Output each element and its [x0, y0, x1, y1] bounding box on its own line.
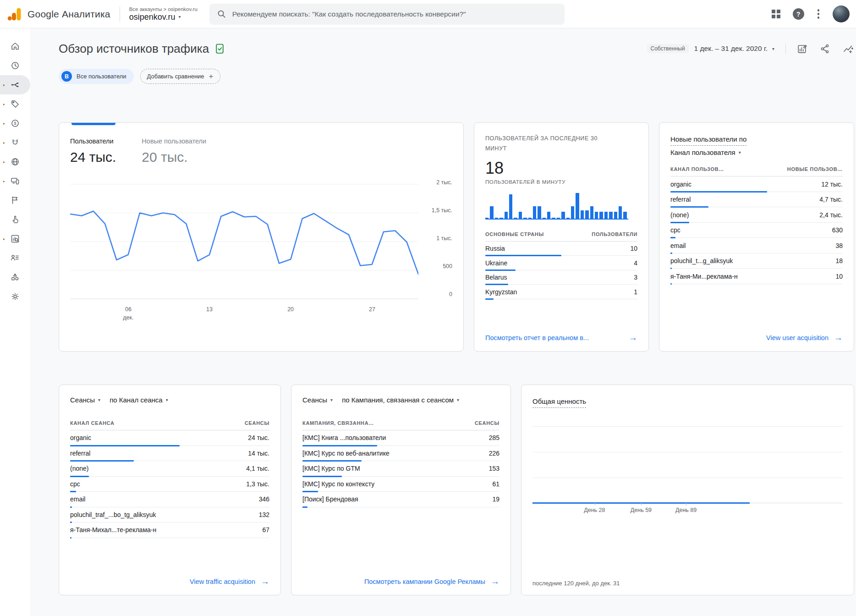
x-tick-label: День 89	[675, 507, 697, 513]
status-badge: Собственный	[647, 44, 689, 53]
engagement-icon	[10, 99, 20, 109]
table-row: Russia 10	[485, 242, 637, 256]
chevron-down-icon[interactable]: ▾	[457, 397, 459, 402]
breadcrumb: Все аккаунты > osipenkov.ru	[129, 6, 198, 12]
table-row: (none) 4,1 тыс.	[70, 461, 269, 477]
column-header: КАМПАНИЯ, СВЯЗАННА…	[302, 420, 374, 426]
dimension-selector[interactable]: по Канал сеанса	[110, 396, 163, 404]
customize-report-icon[interactable]	[797, 44, 807, 54]
insights-icon[interactable]	[843, 44, 853, 54]
table-row: Belarus 3	[485, 270, 637, 285]
sidebar-item-engagement[interactable]: ▸	[0, 94, 30, 114]
metric-name[interactable]: Новые пользователи по	[670, 134, 746, 146]
realtime-icon	[10, 60, 20, 71]
chevron-down-icon[interactable]: ▾	[330, 397, 333, 402]
sidebar-item-retention[interactable]: ▸	[0, 133, 30, 152]
metric-selector[interactable]: Сеансы	[302, 396, 327, 404]
avatar[interactable]	[833, 6, 850, 22]
realtime-card: ПОЛЬЗОВАТЕЛЕЙ ЗА ПОСЛЕДНИЕ 30 МИНУТ 18 П…	[474, 122, 649, 352]
sidebar-item-events[interactable]	[0, 210, 30, 229]
share-icon[interactable]	[820, 44, 830, 54]
retention-icon	[10, 138, 20, 148]
x-tick-label: День 28	[584, 507, 605, 513]
realtime-subtitle: ПОЛЬЗОВАТЕЛЕЙ В МИНУТУ	[485, 179, 637, 185]
realtime-report-link[interactable]: Посмотреть отчет в реальном в... →	[485, 333, 637, 342]
view-traffic-acquisition-link[interactable]: View traffic acquisition →	[190, 577, 269, 586]
table-row: referral 14 тыс.	[70, 446, 269, 462]
more-vert-icon[interactable]	[817, 8, 821, 20]
table-row: [КМС] Курс по веб-аналитике 226	[302, 446, 499, 462]
table-row: я-Таня-Михал...те-реклама-н 67	[70, 522, 269, 538]
sidebar-item-audiences[interactable]	[0, 248, 30, 268]
users-line-chart[interactable]	[70, 182, 418, 301]
brand[interactable]: Google Аналитика	[6, 6, 110, 22]
sidebar-item-acquisition[interactable]: ▸	[0, 75, 30, 94]
sidebar-item-home[interactable]	[0, 37, 30, 56]
demographics-icon	[10, 157, 20, 167]
view-google-ads-campaigns-link[interactable]: Посмотреть кампании Google Рекламы →	[364, 577, 499, 586]
column-header: СЕАНСЫ	[475, 420, 499, 426]
table-row: я-Таня-Ми...реклама-н 10	[670, 269, 843, 284]
add-comparison-chip[interactable]: Добавить сравнение +	[140, 69, 220, 84]
sidebar-item-settings[interactable]	[0, 287, 30, 306]
table-row: [КМС] Книга ...пользователи 285	[302, 430, 499, 446]
date-range-selector[interactable]: 1 дек. – 31 дек. 2020 г.	[694, 44, 768, 53]
column-header: СЕАНСЫ	[245, 420, 269, 426]
search-input[interactable]	[232, 10, 557, 18]
expand-caret-icon: ▸	[3, 102, 5, 106]
help-icon[interactable]: ?	[793, 8, 804, 20]
account-switcher[interactable]: Все аккаунты > osipenkov.ru osipenkov.ru…	[129, 6, 198, 22]
y-tick-label: 1,5 тыс.	[432, 207, 452, 214]
sidebar-item-explore[interactable]: ▸	[0, 229, 30, 248]
dimension-selector[interactable]: Канал пользователя ▾	[670, 148, 843, 156]
y-tick-label: 1 тыс.	[436, 235, 452, 242]
users-overview-card: Пользователи 24 тыс. Новые пользователи …	[59, 122, 464, 352]
x-tick-label: 13	[206, 305, 213, 314]
realtime-title: ПОЛЬЗОВАТЕЛЕЙ ЗА ПОСЛЕДНИЕ 30 МИНУТ	[485, 134, 614, 154]
x-tick-label: 20	[287, 305, 294, 314]
x-tick-label: 27	[369, 305, 375, 314]
table-row: email 346	[70, 492, 269, 507]
apps-grid-icon[interactable]	[772, 10, 780, 18]
table-row: cpc 1,3 тыс.	[70, 477, 269, 492]
realtime-bar-chart[interactable]	[485, 192, 628, 220]
table-row: poluchil_t...g_aliksyuk 18	[670, 253, 843, 269]
sidebar-item-demographics[interactable]: ▸	[0, 152, 30, 171]
metric-users[interactable]: Пользователи 24 тыс.	[70, 138, 116, 165]
y-axis: 2 тыс.1,5 тыс.1 тыс.5000	[418, 182, 452, 301]
sidebar-item-tech[interactable]: ▸	[0, 171, 30, 191]
metric-selector[interactable]: Сеансы	[70, 396, 95, 404]
search-bar[interactable]	[209, 4, 565, 25]
report-ok-icon[interactable]	[214, 43, 225, 55]
view-user-acquisition-link[interactable]: View user acquisition →	[766, 333, 843, 342]
arrow-right-icon: →	[834, 333, 843, 342]
sidebar-item-realtime[interactable]	[0, 56, 30, 75]
metric-name[interactable]: Общая ценность	[532, 396, 586, 408]
chevron-down-icon[interactable]: ▾	[98, 397, 100, 402]
sidebar-item-library[interactable]	[0, 268, 30, 287]
arrow-right-icon: →	[261, 577, 269, 586]
y-tick-label: 2 тыс.	[436, 179, 452, 186]
expand-caret-icon: ▸	[3, 179, 5, 183]
metric-new-users[interactable]: Новые пользователи 20 тыс.	[142, 138, 206, 165]
arrow-right-icon: →	[629, 333, 637, 342]
y-tick-label: 500	[443, 263, 452, 270]
x-tick-label: 06дек.	[123, 305, 133, 322]
sidebar-item-flag[interactable]	[0, 191, 30, 210]
main-content: Обзор источников трафика Собственный 1 д…	[30, 28, 856, 616]
y-tick-label: 0	[449, 291, 452, 297]
expand-caret-icon: ▸	[3, 121, 5, 126]
dimension-selector[interactable]: по Кампания, связанная с сеансом	[342, 396, 454, 404]
chevron-down-icon[interactable]: ▾	[166, 397, 168, 402]
x-axis: 06дек.132027	[70, 305, 418, 326]
active-metric-tab[interactable]	[71, 123, 115, 125]
lifetime-value-card: Общая ценность День 28День 59День 89 пос…	[521, 385, 854, 595]
chevron-down-icon[interactable]: ▾	[772, 46, 774, 51]
monetization-icon: $	[10, 118, 20, 128]
sessions-channel-card: Сеансы ▾ по Канал сеанса ▾ КАНАЛ СЕАНСА …	[59, 385, 281, 595]
column-header: ПОЛЬЗОВАТЕЛИ	[592, 231, 637, 237]
library-icon	[10, 272, 20, 282]
segment-chip-all-users[interactable]: B Все пользователи	[59, 69, 134, 84]
sidebar-item-monetization[interactable]: ▸ $	[0, 114, 30, 133]
table-row: poluchil_traf_...bo_tg_aliksyuk 132	[70, 507, 269, 523]
